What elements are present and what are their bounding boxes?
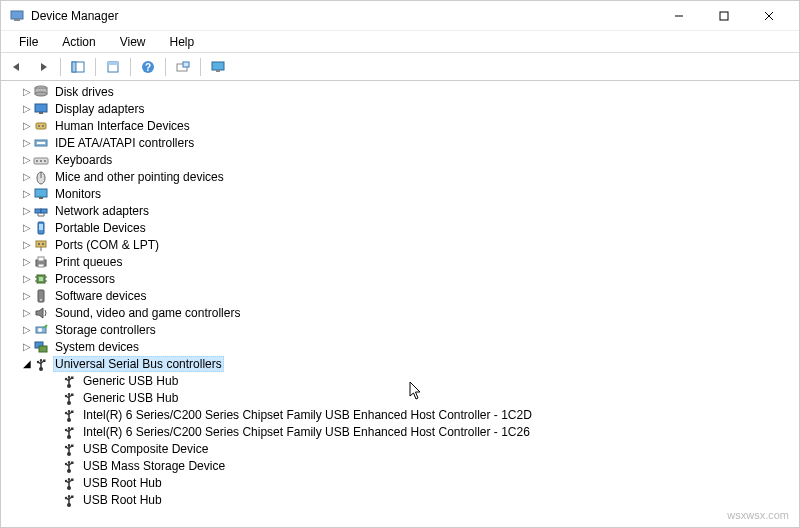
tree-device[interactable]: ▷Generic USB Hub — [5, 389, 799, 406]
usb-icon — [61, 492, 77, 508]
toolbar-separator — [95, 58, 96, 76]
menu-view[interactable]: View — [108, 33, 158, 51]
tree-category[interactable]: ▷Human Interface Devices — [5, 117, 799, 134]
disk-icon — [33, 84, 49, 100]
svg-rect-90 — [71, 478, 74, 481]
forward-button[interactable] — [31, 56, 55, 78]
svg-rect-94 — [71, 495, 74, 498]
svg-point-42 — [38, 243, 40, 245]
device-tree[interactable]: ▷Disk drives▷Display adapters▷Human Inte… — [1, 81, 799, 528]
chevron-right-icon[interactable]: ▷ — [21, 120, 33, 131]
tree-device[interactable]: ▷Intel(R) 6 Series/C200 Series Chipset F… — [5, 406, 799, 423]
svg-rect-20 — [39, 112, 43, 114]
tree-category[interactable]: ▷IDE ATA/ATAPI controllers — [5, 134, 799, 151]
svg-rect-29 — [44, 160, 46, 162]
svg-point-61 — [37, 360, 39, 362]
svg-rect-40 — [39, 224, 43, 230]
display-monitor-button[interactable] — [206, 56, 230, 78]
tree-label: USB Mass Storage Device — [81, 459, 227, 473]
tree-category[interactable]: ▷Portable Devices — [5, 219, 799, 236]
svg-rect-46 — [38, 264, 44, 267]
tree-label: Display adapters — [53, 102, 146, 116]
toolbar-separator — [60, 58, 61, 76]
tree-label: Monitors — [53, 187, 103, 201]
tree-category[interactable]: ▷Sound, video and game controllers — [5, 304, 799, 321]
tree-category[interactable]: ▷Mice and other pointing devices — [5, 168, 799, 185]
chevron-right-icon[interactable]: ▷ — [21, 137, 33, 148]
chevron-right-icon[interactable]: ▷ — [21, 171, 33, 182]
keyboard-icon — [33, 152, 49, 168]
menu-help[interactable]: Help — [158, 33, 207, 51]
tree-device[interactable]: ▷USB Mass Storage Device — [5, 457, 799, 474]
svg-rect-33 — [39, 197, 43, 199]
tree-category[interactable]: ▷Network adapters — [5, 202, 799, 219]
tree-label: Generic USB Hub — [81, 391, 180, 405]
chevron-right-icon[interactable]: ▷ — [21, 290, 33, 301]
tree-device[interactable]: ▷Intel(R) 6 Series/C200 Series Chipset F… — [5, 423, 799, 440]
tree-device[interactable]: ▷USB Root Hub — [5, 491, 799, 508]
toolbar-separator — [200, 58, 201, 76]
chevron-right-icon[interactable]: ▷ — [21, 307, 33, 318]
tree-label: Generic USB Hub — [81, 374, 180, 388]
svg-point-65 — [65, 377, 67, 379]
chevron-right-icon[interactable]: ▷ — [21, 239, 33, 250]
app-icon — [9, 8, 25, 24]
tree-label: Processors — [53, 272, 117, 286]
tree-label: USB Composite Device — [81, 442, 210, 456]
help-button[interactable]: ? — [136, 56, 160, 78]
tree-category[interactable]: ▷Storage controllers — [5, 321, 799, 338]
tree-category[interactable]: ▷Print queues — [5, 253, 799, 270]
svg-rect-32 — [35, 189, 47, 197]
svg-rect-13 — [183, 62, 189, 67]
minimize-button[interactable] — [656, 1, 701, 31]
chevron-right-icon[interactable]: ▷ — [21, 324, 33, 335]
chevron-down-icon[interactable]: ◢ — [21, 358, 33, 369]
svg-rect-41 — [36, 241, 46, 247]
maximize-button[interactable] — [701, 1, 746, 31]
show-hide-console-tree-button[interactable] — [66, 56, 90, 78]
svg-rect-66 — [71, 376, 74, 379]
chevron-right-icon[interactable]: ▷ — [21, 188, 33, 199]
mouse-icon — [33, 169, 49, 185]
svg-point-89 — [65, 479, 67, 481]
chevron-right-icon[interactable]: ▷ — [21, 341, 33, 352]
tree-category[interactable]: ▷Monitors — [5, 185, 799, 202]
chevron-right-icon[interactable]: ▷ — [21, 154, 33, 165]
tree-label: Portable Devices — [53, 221, 148, 235]
tree-category[interactable]: ▷Processors — [5, 270, 799, 287]
svg-rect-35 — [41, 209, 47, 213]
tree-device[interactable]: ▷USB Composite Device — [5, 440, 799, 457]
svg-point-81 — [65, 445, 67, 447]
chevron-right-icon[interactable]: ▷ — [21, 222, 33, 233]
tree-category[interactable]: ▷Software devices — [5, 287, 799, 304]
svg-rect-70 — [71, 393, 74, 396]
svg-rect-21 — [36, 123, 46, 129]
tree-category[interactable]: ◢Universal Serial Bus controllers — [5, 355, 799, 372]
close-button[interactable] — [746, 1, 791, 31]
tree-category[interactable]: ▷Keyboards — [5, 151, 799, 168]
chevron-right-icon[interactable]: ▷ — [21, 205, 33, 216]
svg-rect-28 — [40, 160, 42, 162]
tree-device[interactable]: ▷Generic USB Hub — [5, 372, 799, 389]
menu-action[interactable]: Action — [50, 33, 107, 51]
chevron-right-icon[interactable]: ▷ — [21, 86, 33, 97]
svg-rect-15 — [216, 70, 220, 72]
chevron-right-icon[interactable]: ▷ — [21, 273, 33, 284]
tree-category[interactable]: ▷Ports (COM & LPT) — [5, 236, 799, 253]
tree-category[interactable]: ▷Disk drives — [5, 83, 799, 100]
svg-point-56 — [38, 328, 42, 332]
usb-icon — [61, 407, 77, 423]
menu-file[interactable]: File — [7, 33, 50, 51]
chevron-right-icon[interactable]: ▷ — [21, 103, 33, 114]
tree-category[interactable]: ▷System devices — [5, 338, 799, 355]
scan-hardware-button[interactable] — [171, 56, 195, 78]
properties-button[interactable] — [101, 56, 125, 78]
chevron-right-icon[interactable]: ▷ — [21, 256, 33, 267]
tree-device[interactable]: ▷USB Root Hub — [5, 474, 799, 491]
svg-rect-62 — [43, 359, 46, 362]
usb-icon — [33, 356, 49, 372]
svg-point-73 — [65, 411, 67, 413]
back-button[interactable] — [5, 56, 29, 78]
svg-rect-0 — [11, 11, 23, 19]
tree-category[interactable]: ▷Display adapters — [5, 100, 799, 117]
